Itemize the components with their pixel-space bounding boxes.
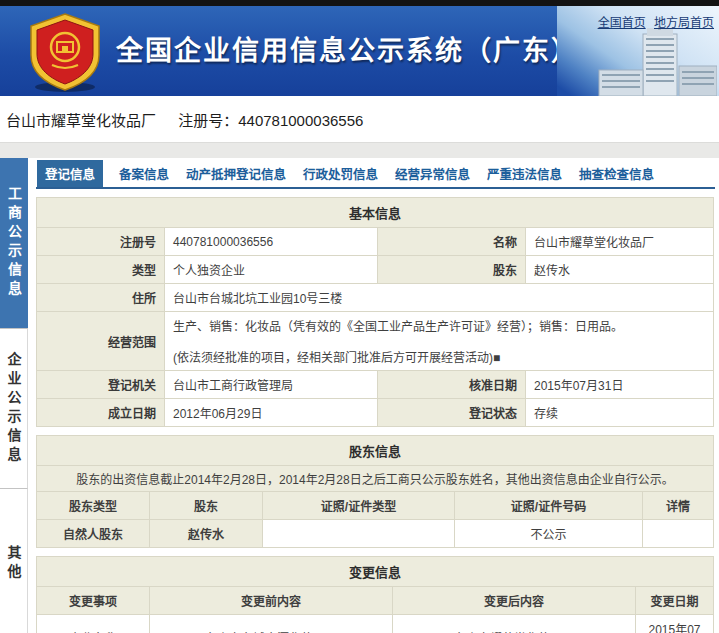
registration-status-value: 存续 <box>526 399 714 427</box>
establish-date-value: 2012年06月29日 <box>165 399 378 427</box>
company-name: 台山市耀草堂化妆品厂 <box>6 112 156 129</box>
header-right-photo: 全国首页 地方局首页 <box>557 6 719 96</box>
basic-info-title: 基本信息 <box>37 198 714 228</box>
saic-emblem-icon <box>24 11 106 93</box>
certificate-number-cell: 不公示 <box>455 520 643 548</box>
tab-abnormal-operation-info[interactable]: 经营异常信息 <box>394 160 471 187</box>
tab-bar: 登记信息 备案信息 动产抵押登记信息 行政处罚信息 经营异常信息 严重违法信息 … <box>36 160 715 189</box>
tab-chattel-mortgage-info[interactable]: 动产抵押登记信息 <box>185 160 287 187</box>
establish-date-label: 成立日期 <box>37 399 165 427</box>
company-title-bar: 台山市耀草堂化妆品厂 注册号：440781000036556 <box>0 96 719 142</box>
shareholder-value: 赵传水 <box>526 256 714 284</box>
address-value: 台山市台城北坑工业园10号三楼 <box>165 284 714 312</box>
shareholder-type-cell: 自然人股东 <box>37 520 150 548</box>
divider-strip <box>0 142 719 158</box>
reg-no-value: 440781000036556 <box>165 228 378 256</box>
sidebar-item-business-publicity[interactable]: 工商公示信息 <box>0 158 28 328</box>
name-value: 台山市耀草堂化妆品厂 <box>526 228 714 256</box>
registration-authority-label: 登记机关 <box>37 371 165 399</box>
change-info-title: 变更信息 <box>37 557 714 587</box>
col-after-change: 变更后内容 <box>393 587 636 615</box>
tab-spot-check-info[interactable]: 抽查检查信息 <box>578 160 655 187</box>
link-national-home[interactable]: 全国首页 <box>598 16 646 30</box>
col-change-date: 变更日期 <box>636 587 714 615</box>
business-scope-value: 生产、销售：化妆品（凭有效的《全国工业产品生产许可证》经营）；销售：日用品。 (… <box>165 312 714 371</box>
tab-filing-info[interactable]: 备案信息 <box>118 160 170 187</box>
basic-info-table: 基本信息 注册号 440781000036556 名称 台山市耀草堂化妆品厂 类… <box>36 197 714 427</box>
registration-status-label: 登记状态 <box>378 399 526 427</box>
sidebar-item-enterprise-publicity[interactable]: 企业公示信息 <box>0 328 28 488</box>
col-change-item: 变更事项 <box>37 587 150 615</box>
registration-number: 注册号：440781000036556 <box>178 112 363 129</box>
content-area: 登记信息 备案信息 动产抵押登记信息 行政处罚信息 经营异常信息 严重违法信息 … <box>36 158 719 633</box>
tab-registration-info[interactable]: 登记信息 <box>37 160 103 187</box>
sidebar-item-other[interactable]: 其他 <box>0 488 28 633</box>
shareholder-info-table: 股东信息 股东的出资信息截止2014年2月28日，2014年2月28日之后工商只… <box>36 435 714 548</box>
col-shareholder-type: 股东类型 <box>37 492 150 520</box>
site-title: 全国企业信用信息公示系统（广东） <box>116 6 580 96</box>
tab-administrative-penalty-info[interactable]: 行政处罚信息 <box>302 160 379 187</box>
type-label: 类型 <box>37 256 165 284</box>
change-date-cell: 2015年07月31日 <box>636 615 714 633</box>
building-illustration <box>597 26 717 96</box>
col-certificate-type: 证照/证件类型 <box>263 492 455 520</box>
after-change-cell: 台山市耀草堂化妆品厂 <box>393 615 636 633</box>
name-label: 名称 <box>378 228 526 256</box>
change-info-table: 变更信息 变更事项 变更前内容 变更后内容 变更日期 企业名称 台山市台城金潭化… <box>36 556 714 633</box>
change-item-cell: 企业名称 <box>37 615 150 633</box>
link-local-bureau-home[interactable]: 地方局首页 <box>654 16 714 30</box>
left-sidebar: 工商公示信息 企业公示信息 其他 <box>0 158 36 633</box>
business-scope-label: 经营范围 <box>37 312 165 371</box>
reg-no-label: 注册号 <box>37 228 165 256</box>
site-header: 全国企业信用信息公示系统（广东） 全国首页 地方局首页 <box>0 6 719 96</box>
col-detail: 详情 <box>643 492 714 520</box>
col-shareholder: 股东 <box>150 492 263 520</box>
shareholder-label: 股东 <box>378 256 526 284</box>
col-certificate-number: 证照/证件号码 <box>455 492 643 520</box>
shareholder-name-cell: 赵传水 <box>150 520 263 548</box>
shareholder-info-title: 股东信息 <box>37 436 714 466</box>
registration-authority-value: 台山市工商行政管理局 <box>165 371 378 399</box>
approval-date-value: 2015年07月31日 <box>526 371 714 399</box>
detail-cell <box>643 520 714 548</box>
header-links: 全国首页 地方局首页 <box>593 13 714 30</box>
approval-date-label: 核准日期 <box>378 371 526 399</box>
col-before-change: 变更前内容 <box>150 587 393 615</box>
shareholder-row: 自然人股东 赵传水 不公示 <box>37 520 714 548</box>
type-value: 个人独资企业 <box>165 256 378 284</box>
before-change-cell: 台山市台城金潭化妆品厂 <box>150 615 393 633</box>
tab-serious-violation-info[interactable]: 严重违法信息 <box>486 160 563 187</box>
certificate-type-cell <box>263 520 455 548</box>
address-label: 住所 <box>37 284 165 312</box>
change-row: 企业名称 台山市台城金潭化妆品厂 台山市耀草堂化妆品厂 2015年07月31日 <box>37 615 714 633</box>
shareholder-info-note: 股东的出资信息截止2014年2月28日，2014年2月28日之后工商只公示股东姓… <box>37 466 714 492</box>
